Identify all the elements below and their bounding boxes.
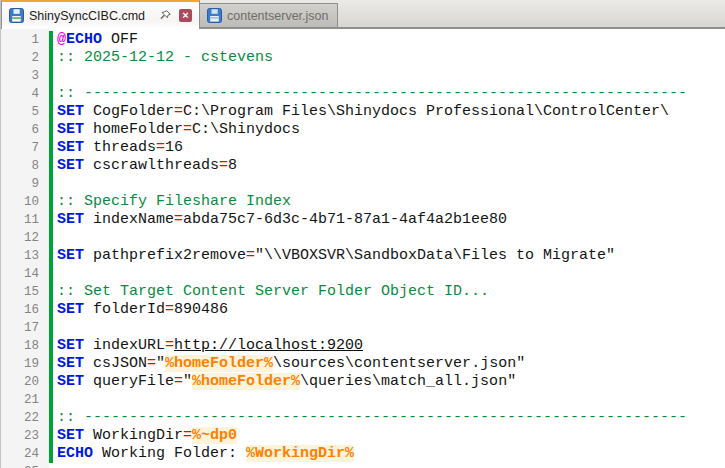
code-lines[interactable]: @ECHO OFF:: 2025-12-12 - cstevens:: ----… — [49, 29, 725, 468]
code-line[interactable]: SET indexName=abda75c7-6d3c-4b71-87a1-4a… — [57, 211, 725, 229]
code-token-cm: :: Set Target Content Server Folder Obje… — [57, 283, 489, 300]
code-line[interactable]: SET CogFolder=C:\Program Files\Shinydocs… — [57, 103, 725, 121]
code-line[interactable] — [57, 391, 725, 409]
code-line[interactable] — [57, 229, 725, 247]
code-line[interactable]: :: -------------------------------------… — [57, 85, 725, 103]
code-line[interactable]: SET pathprefix2remove="\\VBOXSVR\Sandbox… — [57, 247, 725, 265]
url-link[interactable]: http://localhost:9200 — [174, 337, 363, 354]
line-number[interactable]: 14 — [1, 265, 49, 283]
code-token-kw: ECHO — [57, 445, 93, 462]
code-token-kw: SET — [57, 355, 84, 372]
code-line[interactable]: SET csJSON="%homeFolder%\sources\content… — [57, 355, 725, 373]
code-token-kw: SET — [57, 211, 84, 228]
code-token-txt: 8 — [228, 157, 237, 174]
code-editor[interactable]: 1234567891011121314151617181920212223242… — [1, 29, 725, 468]
code-token-cm: :: -------------------------------------… — [57, 85, 687, 102]
code-token-txt: homeFolder — [84, 121, 183, 138]
line-number[interactable]: 3 — [1, 67, 49, 85]
code-line[interactable] — [57, 319, 725, 337]
line-number[interactable]: 16 — [1, 301, 49, 319]
code-line[interactable] — [57, 175, 725, 193]
code-token-kw: SET — [57, 121, 84, 138]
saved-file-icon — [207, 8, 222, 23]
code-token-op: = — [165, 301, 174, 318]
line-number[interactable]: 12 — [1, 229, 49, 247]
tab-title: contentserver.json — [227, 9, 330, 23]
code-token-txt: 16 — [165, 139, 183, 156]
line-number[interactable]: 20 — [1, 373, 49, 391]
code-line[interactable]: SET cscrawlthreads=8 — [57, 157, 725, 175]
line-number[interactable]: 2 — [1, 49, 49, 67]
code-line[interactable]: @ECHO OFF — [57, 31, 725, 49]
code-line[interactable]: SET queryFile="%homeFolder%\queries\matc… — [57, 373, 725, 391]
code-token-txt: threads — [84, 139, 156, 156]
code-line[interactable]: SET folderId=890486 — [57, 301, 725, 319]
code-token-txt: 890486 — [174, 301, 228, 318]
line-number[interactable]: 5 — [1, 103, 49, 121]
code-line[interactable] — [57, 67, 725, 85]
line-numbers[interactable]: 1234567891011121314151617181920212223242… — [1, 29, 49, 468]
code-token-txt: csJSON — [84, 355, 147, 372]
code-line[interactable]: :: Specify Fileshare Index — [57, 193, 725, 211]
code-line[interactable] — [57, 265, 725, 283]
pin-icon[interactable] — [158, 9, 172, 23]
line-number[interactable]: 4 — [1, 85, 49, 103]
code-token-at: @ — [57, 31, 66, 48]
code-token-op: = — [147, 355, 156, 372]
tab-shinysynccibc[interactable]: ShinySyncCIBC.cmd × — [1, 0, 200, 29]
code-token-kw: ECHO — [66, 31, 102, 48]
line-number[interactable]: 1 — [1, 31, 49, 49]
line-number[interactable]: 9 — [1, 175, 49, 193]
code-token-op: = — [246, 247, 255, 264]
code-token-kw: SET — [57, 157, 84, 174]
code-line[interactable]: SET WorkingDir=%~dp0 — [57, 427, 725, 445]
line-number[interactable]: 19 — [1, 355, 49, 373]
close-icon[interactable]: × — [179, 9, 192, 22]
code-token-cm: :: 2025-12-12 - cstevens — [57, 49, 273, 66]
line-number[interactable]: 10 — [1, 193, 49, 211]
line-number[interactable]: 6 — [1, 121, 49, 139]
line-number[interactable]: 18 — [1, 337, 49, 355]
code-token-op: = — [183, 427, 192, 444]
code-token-var: %homeFolder% — [165, 355, 273, 372]
code-line[interactable]: SET threads=16 — [57, 139, 725, 157]
line-number[interactable]: 15 — [1, 283, 49, 301]
line-number[interactable]: 17 — [1, 319, 49, 337]
code-token-txt: indexName — [84, 211, 174, 228]
tab-title: ShinySyncCIBC.cmd — [29, 9, 147, 23]
code-token-kw: SET — [57, 373, 84, 390]
code-line[interactable]: SET homeFolder=C:\Shinydocs — [57, 121, 725, 139]
tab-contentserver[interactable]: contentserver.json — [200, 3, 338, 27]
code-token-txt: "\\VBOXSVR\SandboxData\Files to Migrate" — [255, 247, 615, 264]
code-line[interactable] — [57, 463, 725, 468]
tab-bar: ShinySyncCIBC.cmd × contentserver.json — [1, 0, 725, 29]
line-number[interactable]: 8 — [1, 157, 49, 175]
code-token-op: = — [183, 121, 192, 138]
code-line[interactable]: :: 2025-12-12 - cstevens — [57, 49, 725, 67]
code-token-txt: cscrawlthreads — [84, 157, 219, 174]
line-number[interactable]: 13 — [1, 247, 49, 265]
code-line[interactable]: ECHO Working Folder: %WorkingDir% — [57, 445, 725, 463]
code-token-kw: SET — [57, 337, 84, 354]
line-number[interactable]: 23 — [1, 427, 49, 445]
line-number[interactable]: 7 — [1, 139, 49, 157]
code-token-kw: SET — [57, 103, 84, 120]
code-token-txt: \queries\match_all.json" — [300, 373, 516, 390]
code-token-var: %~dp0 — [192, 427, 237, 444]
line-number[interactable]: 22 — [1, 409, 49, 427]
line-number[interactable]: 25 — [1, 463, 49, 468]
code-line[interactable]: SET indexURL=http://localhost:9200 — [57, 337, 725, 355]
code-token-txt: abda75c7-6d3c-4b71-87a1-4af4a2b1ee80 — [183, 211, 507, 228]
code-token-txt: \sources\contentserver.json" — [273, 355, 525, 372]
line-number[interactable]: 21 — [1, 391, 49, 409]
change-marker-bar — [49, 31, 53, 463]
code-line[interactable]: :: -------------------------------------… — [57, 409, 725, 427]
line-number[interactable]: 11 — [1, 211, 49, 229]
line-number[interactable]: 24 — [1, 445, 49, 463]
code-token-op: = — [219, 157, 228, 174]
code-token-cm: :: -------------------------------------… — [57, 409, 687, 426]
code-token-kw: SET — [57, 139, 84, 156]
code-line[interactable]: :: Set Target Content Server Folder Obje… — [57, 283, 725, 301]
code-token-kw: SET — [57, 301, 84, 318]
code-token-var: %homeFolder% — [192, 373, 300, 390]
